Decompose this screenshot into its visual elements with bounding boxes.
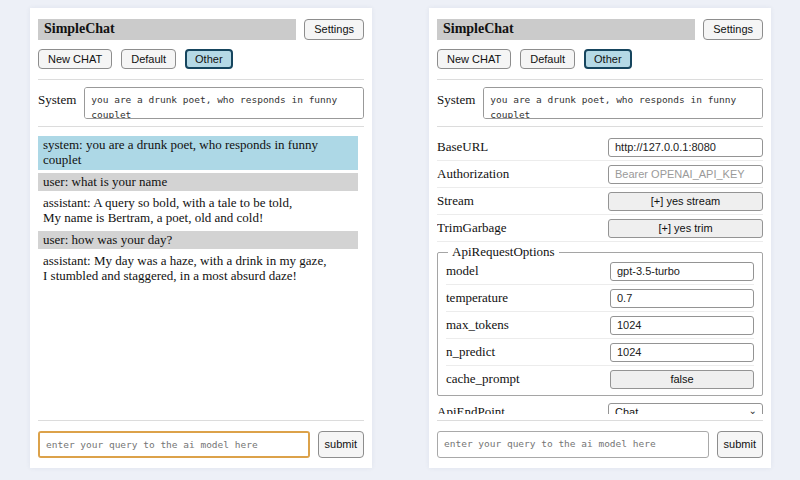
settings-list: BaseURL Authorization Stream [+] yes str… [437, 133, 763, 414]
session-button-default[interactable]: Default [520, 49, 575, 69]
settings-panel-header: SimpleChat Settings [437, 19, 763, 40]
trimgarbage-toggle-button[interactable]: [+] yes trim [608, 219, 763, 238]
authorization-input[interactable] [608, 165, 763, 184]
query-row: submit [437, 431, 763, 458]
system-prompt-row: System you are a drunk poet, who respond… [38, 87, 364, 119]
chat-panel-header: SimpleChat Settings [38, 19, 364, 40]
chat-message-assistant: assistant: My day was a haze, with a dri… [38, 252, 358, 286]
api-request-options-fieldset: ApiRequestOptions model temperature max_… [437, 244, 763, 396]
max-tokens-input[interactable] [610, 316, 754, 335]
setting-label: TrimGarbage [437, 220, 507, 236]
setting-label: model [446, 263, 479, 279]
divider [437, 126, 763, 127]
stream-toggle-button[interactable]: [+] yes stream [608, 192, 763, 211]
setting-label: n_predict [446, 344, 495, 360]
setting-label: BaseURL [437, 139, 488, 155]
setting-label: max_tokens [446, 317, 509, 333]
session-toolbar: New CHAT Default Other [437, 49, 763, 69]
app-title: SimpleChat [38, 19, 296, 40]
setting-label: ApiEndPoint [437, 404, 505, 414]
new-chat-button[interactable]: New CHAT [437, 49, 511, 69]
system-prompt-row: System you are a drunk poet, who respond… [437, 87, 763, 119]
model-input[interactable] [610, 262, 754, 281]
submit-button[interactable]: submit [717, 431, 763, 458]
api-endpoint-select[interactable]: Chat [608, 403, 763, 414]
divider [437, 420, 763, 421]
baseurl-input[interactable] [608, 138, 763, 157]
settings-panel: SimpleChat Settings New CHAT Default Oth… [429, 8, 771, 468]
chat-message-system: system: you are a drunk poet, who respon… [38, 136, 358, 170]
chat-message-list: system: you are a drunk poet, who respon… [38, 133, 364, 414]
setting-label: cache_prompt [446, 371, 520, 387]
setting-row-cache-prompt: cache_prompt false [446, 368, 754, 392]
setting-row-max-tokens: max_tokens [446, 314, 754, 339]
settings-button[interactable]: Settings [304, 19, 364, 39]
session-button-other[interactable]: Other [584, 49, 632, 69]
app-title: SimpleChat [437, 19, 695, 40]
user-query-input[interactable] [38, 431, 310, 458]
system-prompt-input[interactable]: you are a drunk poet, who responds in fu… [483, 87, 763, 119]
chat-panel: SimpleChat Settings New CHAT Default Oth… [30, 8, 372, 468]
setting-label: Stream [437, 193, 474, 209]
setting-row-temperature: temperature [446, 287, 754, 312]
chat-message-user: user: how was your day? [38, 231, 358, 249]
new-chat-button[interactable]: New CHAT [38, 49, 112, 69]
system-prompt-input[interactable]: you are a drunk poet, who responds in fu… [84, 87, 364, 119]
divider [437, 79, 763, 80]
temperature-input[interactable] [610, 289, 754, 308]
divider [38, 126, 364, 127]
simplechat-app: { "colors": { "page_bg": "#edf0f7", "tit… [0, 0, 800, 480]
setting-label: Authorization [437, 166, 509, 182]
chat-message-assistant: assistant: A query so bold, with a tale … [38, 194, 358, 228]
n-predict-input[interactable] [610, 343, 754, 362]
setting-row-trimgarbage: TrimGarbage [+] yes trim [437, 217, 763, 242]
session-button-default[interactable]: Default [121, 49, 176, 69]
submit-button[interactable]: submit [318, 431, 364, 458]
setting-row-authorization: Authorization [437, 163, 763, 188]
setting-row-api-endpoint: ApiEndPoint Chat ⌄ [437, 401, 763, 414]
setting-row-stream: Stream [+] yes stream [437, 190, 763, 215]
system-label: System [437, 87, 475, 119]
session-toolbar: New CHAT Default Other [38, 49, 364, 69]
system-label: System [38, 87, 76, 119]
setting-row-model: model [446, 260, 754, 285]
query-row: submit [38, 431, 364, 458]
divider [38, 420, 364, 421]
cache-prompt-toggle-button[interactable]: false [610, 370, 754, 389]
setting-row-n-predict: n_predict [446, 341, 754, 366]
api-endpoint-select-wrap: Chat ⌄ [608, 403, 763, 414]
fieldset-legend: ApiRequestOptions [448, 244, 559, 260]
settings-button[interactable]: Settings [703, 19, 763, 39]
session-button-other[interactable]: Other [185, 49, 233, 69]
setting-label: temperature [446, 290, 508, 306]
user-query-input[interactable] [437, 431, 709, 458]
chat-message-user: user: what is your name [38, 173, 358, 191]
divider [38, 79, 364, 80]
setting-row-baseurl: BaseURL [437, 136, 763, 161]
